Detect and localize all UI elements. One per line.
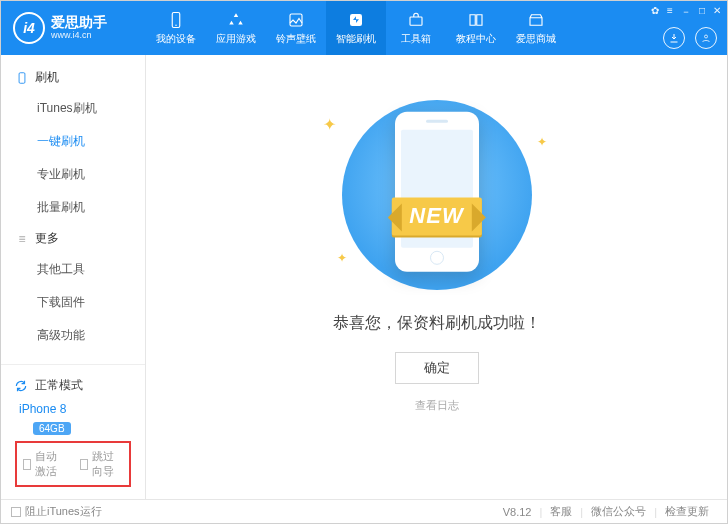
tab-tutorial[interactable]: 教程中心 [446,1,506,55]
tab-label: 工具箱 [401,32,431,46]
mode-row[interactable]: 正常模式 [11,373,135,398]
apps-icon [227,11,245,29]
tab-toolbox[interactable]: 工具箱 [386,1,446,55]
tab-my-device[interactable]: 我的设备 [146,1,206,55]
new-banner: NEW [391,197,481,235]
svg-rect-4 [410,17,422,25]
logo-area: i4 爱思助手 www.i4.cn [1,12,146,44]
window-controls: ✿ ≡ － □ ✕ [651,5,721,19]
logo-text: 爱思助手 www.i4.cn [51,15,107,40]
tab-flash[interactable]: 智能刷机 [326,1,386,55]
tab-label: 爱思商城 [516,32,556,46]
phone-outline-icon [15,71,29,85]
sidebar-item-batch-flash[interactable]: 批量刷机 [1,191,145,224]
minimize-icon[interactable]: － [681,5,691,19]
checkbox-icon [80,459,88,470]
sparkle-icon: ✦ [537,135,547,149]
footer-bar: 阻止iTunes运行 V8.12 | 客服 | 微信公众号 | 检查更新 [1,499,727,523]
user-button[interactable] [695,27,717,49]
close-icon[interactable]: ✕ [713,5,721,19]
success-illustration: NEW ✦ ✦ ✦ [297,95,577,295]
check-block-itunes[interactable]: 阻止iTunes运行 [11,504,102,519]
header-bar: i4 爱思助手 www.i4.cn 我的设备 应用游戏 铃声壁纸 智能刷机 [1,1,727,55]
sidebar-item-download-firmware[interactable]: 下载固件 [1,286,145,319]
menu-icon[interactable]: ≡ [667,5,673,19]
download-button[interactable] [663,27,685,49]
app-subtitle: www.i4.cn [51,31,107,41]
device-name: iPhone 8 [19,402,66,416]
tab-label: 铃声壁纸 [276,32,316,46]
mode-label: 正常模式 [35,377,83,394]
sidebar-item-pro-flash[interactable]: 专业刷机 [1,158,145,191]
phone-icon [167,11,185,29]
device-row[interactable]: iPhone 8 [11,398,135,420]
app-title: 爱思助手 [51,15,107,30]
support-link[interactable]: 客服 [542,504,580,519]
tab-label: 智能刷机 [336,32,376,46]
skin-icon[interactable]: ✿ [651,5,659,19]
update-link[interactable]: 检查更新 [657,504,717,519]
toolbox-icon [407,11,425,29]
check-label: 自动激活 [35,449,66,479]
app-window: i4 爱思助手 www.i4.cn 我的设备 应用游戏 铃声壁纸 智能刷机 [0,0,728,524]
group-title: 刷机 [35,69,59,86]
sidebar-item-itunes-flash[interactable]: iTunes刷机 [1,92,145,125]
phone-graphic [395,112,479,272]
list-icon: ≡ [15,232,29,246]
sidebar-item-other-tools[interactable]: 其他工具 [1,253,145,286]
book-icon [467,11,485,29]
bottom-checks-highlight: 自动激活 跳过向导 [15,441,131,487]
check-label: 跳过向导 [92,449,123,479]
wechat-link[interactable]: 微信公众号 [583,504,654,519]
check-skip-guide[interactable]: 跳过向导 [80,449,123,479]
version-label: V8.12 [495,506,540,518]
svg-rect-6 [19,72,25,83]
wallpaper-icon [287,11,305,29]
group-flash[interactable]: 刷机 [1,63,145,92]
flash-icon [347,11,365,29]
success-message: 恭喜您，保资料刷机成功啦！ [333,313,541,334]
tab-label: 教程中心 [456,32,496,46]
ok-button[interactable]: 确定 [395,352,479,384]
sidebar-scroll: 刷机 iTunes刷机 一键刷机 专业刷机 批量刷机 ≡ 更多 其他工具 下载固… [1,55,145,364]
tab-apps[interactable]: 应用游戏 [206,1,266,55]
group-title: 更多 [35,230,59,247]
check-auto-activate[interactable]: 自动激活 [23,449,66,479]
group-more[interactable]: ≡ 更多 [1,224,145,253]
checkbox-icon [11,507,21,517]
sparkle-icon: ✦ [323,115,336,134]
view-log-link[interactable]: 查看日志 [415,398,459,413]
svg-point-5 [705,35,708,38]
maximize-icon[interactable]: □ [699,5,705,19]
sidebar-bottom: 正常模式 iPhone 8 64GB 自动激活 跳过向导 [1,364,145,499]
tab-ringtones[interactable]: 铃声壁纸 [266,1,326,55]
svg-point-1 [175,24,177,26]
check-label: 阻止iTunes运行 [25,504,102,519]
ribbon: NEW [391,197,481,235]
sidebar: 刷机 iTunes刷机 一键刷机 专业刷机 批量刷机 ≡ 更多 其他工具 下载固… [1,55,146,499]
sparkle-icon: ✦ [337,251,347,265]
tab-store[interactable]: 爱思商城 [506,1,566,55]
tab-label: 我的设备 [156,32,196,46]
logo-icon: i4 [13,12,45,44]
header-right [663,27,717,49]
tab-label: 应用游戏 [216,32,256,46]
sidebar-item-oneclick-flash[interactable]: 一键刷机 [1,125,145,158]
storage-badge: 64GB [33,422,71,435]
top-tabs: 我的设备 应用游戏 铃声壁纸 智能刷机 工具箱 教程中心 [146,1,566,55]
checkbox-icon [23,459,31,470]
main-content: NEW ✦ ✦ ✦ 恭喜您，保资料刷机成功啦！ 确定 查看日志 [146,55,727,499]
store-icon [527,11,545,29]
refresh-icon [13,378,29,394]
body: 刷机 iTunes刷机 一键刷机 专业刷机 批量刷机 ≡ 更多 其他工具 下载固… [1,55,727,499]
sidebar-item-advanced[interactable]: 高级功能 [1,319,145,352]
